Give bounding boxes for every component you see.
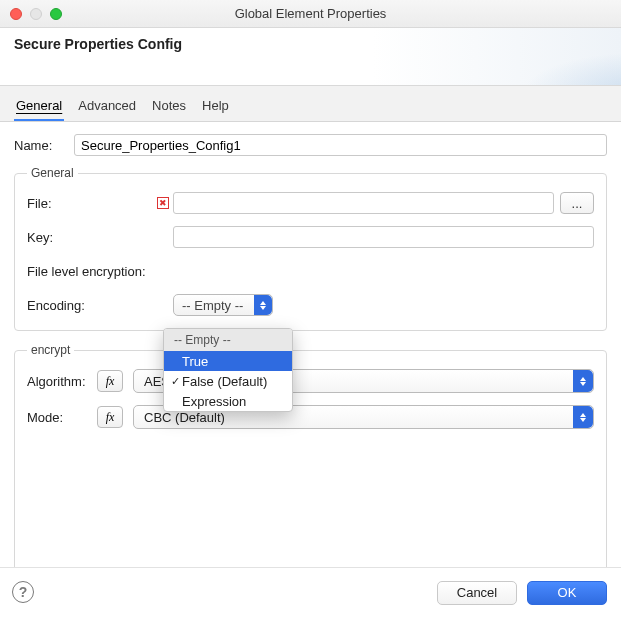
dropdown-item-false[interactable]: ✓ False (Default): [164, 371, 292, 391]
file-level-encryption-dropdown: -- Empty -- True ✓ False (Default) Expre…: [163, 328, 293, 412]
decorative-curve: [501, 45, 621, 85]
file-level-encryption-label: File level encryption:: [27, 264, 173, 279]
dialog-footer: ? Cancel OK: [0, 567, 621, 617]
tabstrip: General Advanced Notes Help: [0, 86, 621, 122]
key-label: Key:: [27, 230, 157, 245]
key-field[interactable]: [173, 226, 594, 248]
check-icon: ✓: [168, 375, 182, 388]
dropdown-header: -- Empty --: [164, 329, 292, 351]
general-fieldset: General File: ✖ ... Key: File level encr…: [14, 166, 607, 331]
encoding-select[interactable]: -- Empty --: [173, 294, 273, 316]
error-icon: ✖: [157, 197, 169, 209]
dropdown-item-true[interactable]: True: [164, 351, 292, 371]
fx-button-mode[interactable]: fx: [97, 406, 123, 428]
algorithm-label: Algorithm:: [27, 374, 97, 389]
chevrons-icon: [254, 295, 272, 315]
window-title: Global Element Properties: [235, 6, 387, 21]
tab-notes[interactable]: Notes: [150, 94, 188, 121]
ok-button[interactable]: OK: [527, 581, 607, 605]
general-legend: General: [27, 166, 78, 180]
tab-advanced[interactable]: Advanced: [76, 94, 138, 121]
encrypt-fieldset: encrypt Algorithm: fx AES (Default) Mode…: [14, 343, 607, 573]
help-icon[interactable]: ?: [12, 581, 34, 603]
mode-label: Mode:: [27, 410, 97, 425]
name-label: Name:: [14, 138, 74, 153]
cancel-button[interactable]: Cancel: [437, 581, 517, 605]
encoding-select-value: -- Empty --: [182, 298, 243, 313]
fx-button-algorithm[interactable]: fx: [97, 370, 123, 392]
file-label: File:: [27, 196, 157, 211]
minimize-icon: [30, 8, 42, 20]
dropdown-item-label: Expression: [182, 394, 246, 409]
encrypt-legend: encrypt: [27, 343, 74, 357]
dialog-header: Secure Properties Config: [0, 28, 621, 86]
file-field[interactable]: [173, 192, 554, 214]
chevrons-icon: [573, 406, 593, 428]
encoding-label: Encoding:: [27, 298, 157, 313]
tab-general[interactable]: General: [14, 94, 64, 121]
browse-button[interactable]: ...: [560, 192, 594, 214]
dropdown-item-expression[interactable]: Expression: [164, 391, 292, 411]
window-controls: [10, 8, 62, 20]
close-icon[interactable]: [10, 8, 22, 20]
titlebar: Global Element Properties: [0, 0, 621, 28]
tab-help[interactable]: Help: [200, 94, 231, 121]
dropdown-item-label: True: [182, 354, 208, 369]
maximize-icon[interactable]: [50, 8, 62, 20]
name-field[interactable]: [74, 134, 607, 156]
dropdown-item-label: False (Default): [182, 374, 267, 389]
chevrons-icon: [573, 370, 593, 392]
